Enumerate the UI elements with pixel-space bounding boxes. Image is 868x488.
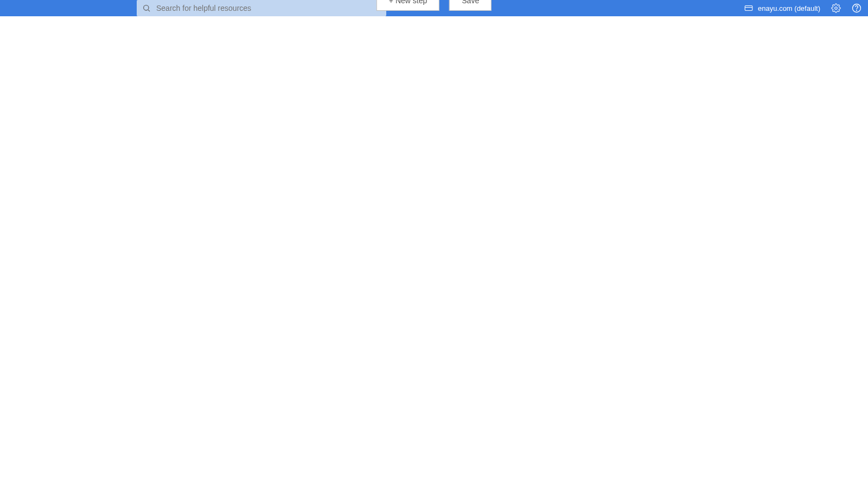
search-icon (142, 4, 151, 12)
svg-point-5 (857, 10, 857, 10)
svg-point-3 (835, 7, 838, 10)
footer-buttons: + New step Save (376, 0, 492, 11)
svg-point-0 (144, 5, 149, 10)
svg-rect-2 (745, 6, 752, 11)
environment-picker[interactable]: enayu.com (default) (744, 3, 820, 13)
search-input[interactable] (156, 4, 381, 12)
environment-icon (744, 3, 754, 13)
header-right: enayu.com (default) (744, 3, 861, 13)
help-icon[interactable] (852, 3, 861, 13)
save-button[interactable]: Save (449, 0, 492, 11)
environment-label: enayu.com (default) (758, 4, 820, 12)
search-box[interactable] (137, 0, 386, 16)
new-step-button[interactable]: + New step (376, 0, 439, 11)
svg-line-1 (148, 10, 150, 11)
gear-icon[interactable] (831, 3, 841, 13)
